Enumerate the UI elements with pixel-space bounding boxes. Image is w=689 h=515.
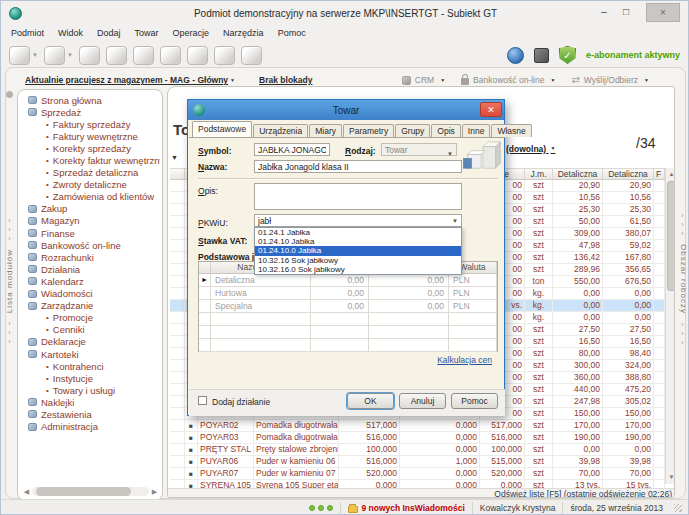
price-row[interactable]	[199, 326, 497, 339]
table-row[interactable]: ■ PUYAR07 Puder w kamieniu 07 520,000 0,…	[170, 468, 665, 480]
dropdown-option[interactable]: 10.32.16.0 Sok jabłkowy	[255, 265, 461, 274]
sidebar-item[interactable]: • Magazyn	[22, 215, 160, 227]
scroll-thumb[interactable]	[36, 487, 131, 496]
dialog-tab[interactable]: Miary	[309, 124, 342, 137]
sidebar-item[interactable]: • Instytucje	[22, 372, 160, 384]
close-button[interactable]: ×	[646, 3, 680, 22]
scroll-right-icon[interactable]: ▶	[149, 488, 160, 496]
sidebar-item[interactable]: • Finanse	[22, 227, 160, 239]
kalkulacja-cen-link[interactable]: Kalkulacja cen	[437, 355, 492, 365]
right-strip[interactable]: › › › Obszar roboczy › › ›	[676, 91, 689, 491]
sidebar-item[interactable]: • Administracja	[22, 421, 160, 433]
sidebar-item[interactable]: • Korekty sprzedaży	[22, 142, 160, 154]
sidebar-item[interactable]: • Deklaracje	[22, 336, 160, 348]
tool-icon-4[interactable]	[106, 46, 127, 65]
tool-icon-9[interactable]	[241, 46, 262, 65]
tool-icon-6[interactable]	[160, 46, 181, 65]
price-row[interactable]: ► Detaliczna 0,00 0,00 PLN	[199, 274, 497, 287]
wyslij-control[interactable]: ⇄Wyślij/Odbierz▼	[571, 75, 649, 85]
dialog-close-button[interactable]: ✕	[480, 102, 502, 117]
sidebar-item[interactable]: • Kontrahenci	[22, 360, 160, 372]
sidebar-item[interactable]: • Towary i usługi	[22, 384, 160, 396]
filter-dowolna[interactable]: (dowolna) ▼	[506, 144, 555, 154]
refresh-link[interactable]: Odśwież listę [F5] (ostatnie odświeżenie…	[494, 489, 672, 498]
sidebar-item[interactable]: • Wiadomości	[22, 288, 160, 300]
dialog-tab[interactable]: Urządzenia	[253, 124, 308, 137]
menu-item[interactable]: Dodaj	[97, 28, 121, 42]
dialog-tab[interactable]: Parametry	[343, 124, 394, 137]
tool-icon-3[interactable]	[79, 46, 100, 65]
scroll-track[interactable]	[32, 487, 149, 496]
resize-grip[interactable]	[674, 504, 682, 512]
price-row[interactable]	[199, 313, 497, 326]
globe-icon[interactable]	[507, 47, 524, 64]
tool-icon-5[interactable]	[133, 46, 154, 65]
menu-item[interactable]: Narzędzia	[223, 28, 264, 42]
table-row[interactable]: ■ PUYAR06 Puder w kamieniu 06 516,000 1,…	[170, 456, 665, 468]
left-strip[interactable]: › › › Lista modułów › › ›	[3, 91, 16, 491]
menu-item[interactable]: Operacje	[173, 28, 210, 42]
dialog-tab[interactable]: Własne	[491, 124, 531, 137]
price-row[interactable]: Hurtowa 0,00 0,00 PLN	[199, 287, 497, 300]
dialog-tab[interactable]: Podstawowe	[192, 121, 252, 137]
column-header[interactable]: Detaliczna	[553, 169, 603, 179]
nazwa-input[interactable]	[254, 160, 462, 173]
chevron-down-icon[interactable]: ▼	[452, 218, 458, 224]
sidebar-item[interactable]: • Działania	[22, 263, 160, 275]
table-row[interactable]: ■ PRĘTY STAL Pręty stalowe zbrojeniowe f…	[170, 444, 665, 456]
sidebar-item[interactable]: • Zwroty detaliczne	[22, 179, 160, 191]
scroll-left-icon[interactable]: ◀	[21, 488, 32, 496]
sidebar-item[interactable]: • Faktury wewnętrzne	[22, 130, 160, 142]
maximize-button[interactable]: □	[618, 5, 634, 20]
menu-item[interactable]: Podmiot	[11, 28, 44, 42]
crm-control[interactable]: CRM▼	[402, 75, 445, 85]
menu-item[interactable]: Towar	[135, 28, 159, 42]
price-row[interactable]: Specjalna 0,00 0,00 PLN	[199, 300, 497, 313]
dropdown-option[interactable]: 01.24.1 Jabłka	[255, 228, 461, 237]
sidebar-item[interactable]: • Zamówienia od klientów	[22, 191, 160, 203]
column-header[interactable]: J.m.	[525, 169, 553, 179]
opis-textarea[interactable]	[254, 183, 462, 210]
dropdown-option[interactable]: 10.32.16 Sok jabłkowy	[255, 256, 461, 265]
magazyn-link[interactable]: Aktualnie pracujesz z magazynem - MAG - …	[25, 75, 228, 85]
sidebar-item[interactable]: • Bankowość on-line	[22, 239, 160, 251]
scroll-up-icon[interactable]: ▲	[666, 168, 675, 180]
sidebar-item[interactable]: • Faktury sprzedaży	[22, 118, 160, 130]
pkwiu-input[interactable]	[254, 214, 462, 227]
sidebar-item[interactable]: • Cenniki	[22, 324, 160, 336]
column-header[interactable]: F	[654, 169, 665, 179]
pomoc-button[interactable]: Pomoc	[451, 393, 498, 409]
sidebar-item[interactable]: • Kalendarz	[22, 275, 160, 287]
column-header[interactable]	[170, 169, 185, 179]
tool-icon-7[interactable]	[187, 46, 208, 65]
sidebar-item[interactable]: • Korekty faktur wewnętrznych	[22, 154, 160, 166]
sidebar-item[interactable]: • Zarządzanie	[22, 300, 160, 312]
scroll-down-icon[interactable]: ▼	[666, 471, 675, 483]
table-row[interactable]: ■ POYAR03 Pomadka długotrwała 03 516,000…	[170, 432, 665, 444]
tool-icon-8[interactable]	[214, 46, 235, 65]
dropdown-option[interactable]: 01.24.10 Jabłka	[255, 237, 461, 246]
menu-item[interactable]: Pomoc	[278, 28, 306, 42]
symbol-input[interactable]	[254, 143, 330, 156]
sidebar-item[interactable]: • Kartoteki	[22, 348, 160, 360]
tool-icon-1[interactable]: ▼	[9, 46, 38, 65]
column-header[interactable]: Detaliczna	[603, 169, 654, 179]
cube-icon[interactable]	[534, 48, 549, 63]
sidebar-item[interactable]: • Zestawienia	[22, 408, 160, 420]
tool-icon-2[interactable]: ▼	[44, 46, 73, 65]
sidebar-item[interactable]: • Rozrachunki	[22, 251, 160, 263]
table-row[interactable]: ■ POYAR02 Pomadka długotrwała 02 517,000…	[170, 420, 665, 432]
sidebar-item[interactable]: • Sprzedaż	[22, 106, 160, 118]
filter-caret-icon[interactable]: ▼	[171, 154, 178, 161]
dialog-tab[interactable]: Inne	[462, 124, 491, 137]
messages-segment[interactable]: 9 nowych InsWiadomości	[340, 502, 471, 514]
blokada-link[interactable]: Brak blokady	[259, 75, 312, 85]
price-row[interactable]	[199, 339, 497, 352]
menu-item[interactable]: Widok	[58, 28, 83, 42]
dialog-tab[interactable]: Opis	[431, 124, 460, 137]
ok-button[interactable]: OK	[347, 393, 394, 409]
bankowosc-control[interactable]: Bankowość on-line▼	[461, 75, 555, 85]
sidebar-item[interactable]: • Promocje	[22, 312, 160, 324]
scroll-thumb[interactable]	[667, 181, 675, 291]
sidebar-item[interactable]: • Sprzedaż detaliczna	[22, 167, 160, 179]
